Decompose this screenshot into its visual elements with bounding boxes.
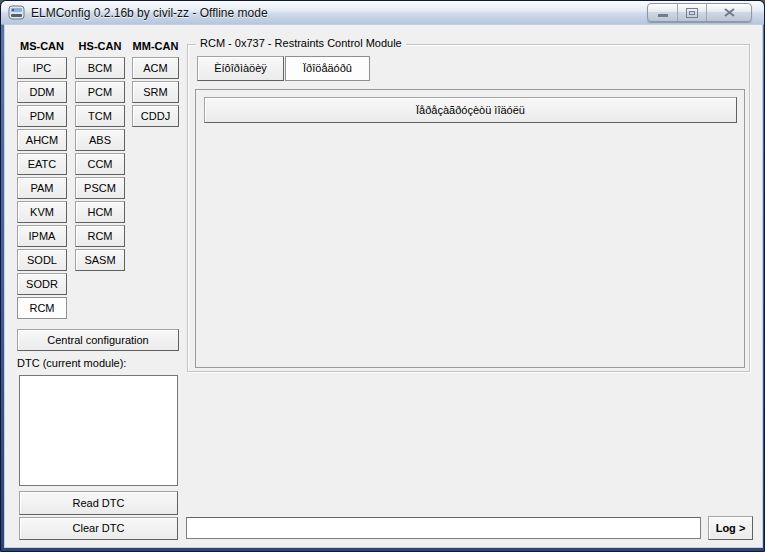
module-button-mm-cddj[interactable]: CDDJ — [132, 105, 179, 127]
module-button-hs-bcm[interactable]: BCM — [75, 57, 125, 79]
reload-module-button[interactable]: Ïåðåçàãðóçèòü ìîäóëü — [204, 97, 737, 123]
module-groupbox: RCM - 0x737 - Restraints Control Module … — [187, 44, 750, 372]
app-window: ELMConfig 0.2.16b by civil-zz - Offline … — [0, 0, 765, 552]
module-button-ms-pam[interactable]: PAM — [17, 177, 67, 199]
module-button-ms-kvm[interactable]: KVM — [17, 201, 67, 223]
module-button-hs-rcm[interactable]: RCM — [75, 225, 125, 247]
module-button-hs-abs[interactable]: ABS — [75, 129, 125, 151]
module-button-hs-pcm[interactable]: PCM — [75, 81, 125, 103]
close-button[interactable] — [706, 4, 751, 21]
read-dtc-button[interactable]: Read DTC — [19, 491, 178, 515]
procedures-panel: Ïåðåçàãðóçèòü ìîäóëü — [195, 89, 745, 368]
module-button-ms-rcm-selected[interactable]: RCM — [17, 297, 67, 319]
ms-can-column: MS-CAN IPC DDM PDM AHCM EATC PAM KVM IPM… — [17, 40, 67, 321]
tab-information[interactable]: Èíôîðìàöèÿ — [197, 56, 284, 81]
module-button-hs-sasm[interactable]: SASM — [75, 249, 125, 271]
module-button-ms-ddm[interactable]: DDM — [17, 81, 67, 103]
hs-can-header: HS-CAN — [75, 40, 125, 53]
log-button[interactable]: Log > — [708, 516, 753, 540]
close-icon — [724, 8, 735, 17]
module-button-ms-ipc[interactable]: IPC — [17, 57, 67, 79]
titlebar[interactable]: ELMConfig 0.2.16b by civil-zz - Offline … — [1, 1, 764, 25]
module-button-mm-srm[interactable]: SRM — [132, 81, 179, 103]
window-title: ELMConfig 0.2.16b by civil-zz - Offline … — [31, 6, 268, 20]
mm-can-header: MM-CAN — [132, 40, 179, 53]
module-button-hs-ccm[interactable]: CCM — [75, 153, 125, 175]
client-area: MS-CAN IPC DDM PDM AHCM EATC PAM KVM IPM… — [5, 25, 762, 547]
tab-procedures[interactable]: Ïðîöåäóðû — [285, 56, 370, 81]
dtc-listbox[interactable] — [19, 375, 178, 486]
module-button-hs-tcm[interactable]: TCM — [75, 105, 125, 127]
clear-dtc-button[interactable]: Clear DTC — [19, 517, 178, 540]
central-configuration-button[interactable]: Central configuration — [17, 329, 179, 351]
module-button-mm-acm[interactable]: ACM — [132, 57, 179, 79]
module-button-ms-ahcm[interactable]: AHCM — [17, 129, 67, 151]
minimize-button[interactable] — [648, 4, 677, 21]
module-button-ms-ipma[interactable]: IPMA — [17, 225, 67, 247]
app-icon — [8, 5, 26, 21]
mm-can-column: MM-CAN ACM SRM CDDJ — [132, 40, 179, 129]
ms-can-header: MS-CAN — [17, 40, 67, 53]
module-button-ms-eatc[interactable]: EATC — [17, 153, 67, 175]
maximize-icon — [686, 8, 698, 18]
minimize-icon — [658, 14, 668, 17]
module-button-hs-hcm[interactable]: HCM — [75, 201, 125, 223]
command-input[interactable] — [186, 517, 701, 539]
window-controls — [647, 3, 752, 22]
module-groupbox-title: RCM - 0x737 - Restraints Control Module — [196, 37, 406, 49]
module-button-hs-pscm[interactable]: PSCM — [75, 177, 125, 199]
hs-can-column: HS-CAN BCM PCM TCM ABS CCM PSCM HCM RCM … — [75, 40, 125, 273]
dtc-label: DTC (current module): — [17, 357, 126, 369]
maximize-button[interactable] — [677, 4, 706, 21]
module-button-ms-pdm[interactable]: PDM — [17, 105, 67, 127]
module-button-ms-sodr[interactable]: SODR — [17, 273, 67, 295]
module-button-ms-sodl[interactable]: SODL — [17, 249, 67, 271]
